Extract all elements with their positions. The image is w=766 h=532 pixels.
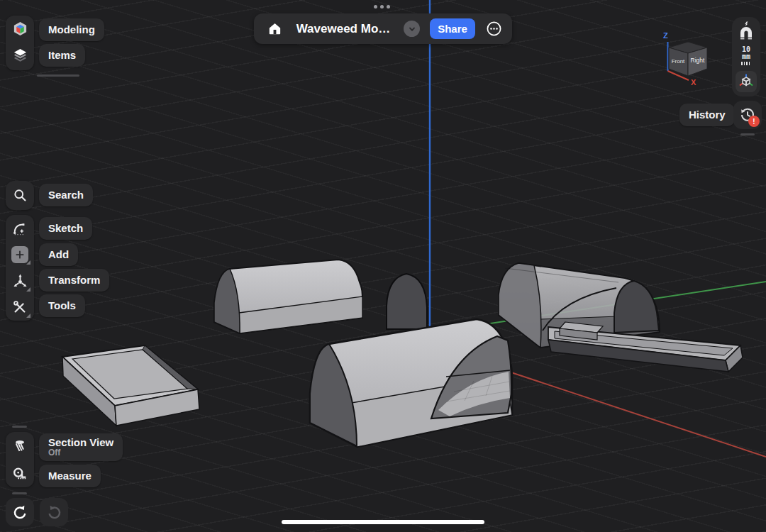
document-title[interactable]: Waveweed Mo…	[283, 22, 404, 36]
modeling-cube-icon[interactable]	[6, 16, 34, 42]
body-transparent-vault-with-channel[interactable]	[499, 263, 743, 372]
transform-move-icon[interactable]	[6, 268, 34, 294]
section-view-label: Section View	[48, 436, 113, 448]
home-icon[interactable]	[267, 21, 283, 37]
history-divider	[740, 133, 755, 135]
app-window: Waveweed Mo… Share	[0, 0, 766, 532]
tools-button[interactable]: Tools	[39, 294, 85, 317]
search-rail	[6, 181, 34, 210]
tool-rail	[6, 215, 34, 321]
view-tools-rail	[6, 432, 34, 487]
section-divider	[12, 426, 27, 428]
history-clock-button[interactable]: !	[733, 101, 762, 129]
share-button[interactable]: Share	[430, 18, 475, 39]
sketch-button[interactable]: Sketch	[39, 217, 92, 240]
undo-icon	[11, 504, 29, 521]
history-button[interactable]: History	[679, 104, 735, 126]
sketch-arc-icon[interactable]	[6, 215, 34, 241]
grid-size-button[interactable]: 10 mm	[741, 46, 751, 65]
grid-size-value: 10	[742, 46, 750, 53]
title-bar: Waveweed Mo… Share	[254, 13, 512, 44]
mode-rail	[6, 16, 34, 70]
redo-button[interactable]	[40, 498, 68, 526]
modeling-button[interactable]: Modeling	[39, 18, 104, 41]
transform-button[interactable]: Transform	[39, 269, 109, 292]
view-cube[interactable]: Z X Front Right	[656, 27, 721, 89]
grid-size-unit: mm	[742, 53, 750, 60]
history-alert-badge: !	[748, 116, 760, 127]
measure-button[interactable]: Measure	[39, 465, 101, 487]
axis-x-label: X	[691, 78, 696, 87]
submenu-corner-icon	[26, 287, 30, 292]
magnet-snap-icon[interactable]	[738, 21, 755, 40]
axes-cube-icon[interactable]	[736, 71, 757, 92]
tools-wrench-icon[interactable]	[6, 294, 34, 321]
add-button[interactable]: Add	[39, 243, 78, 266]
submenu-corner-icon	[26, 260, 30, 265]
undo-divider	[12, 492, 27, 494]
body-open-tray[interactable]	[62, 345, 199, 426]
section-view-state: Off	[48, 448, 113, 458]
measure-tape-icon[interactable]	[6, 460, 34, 487]
undo-button[interactable]	[6, 498, 34, 526]
multitask-dots-icon[interactable]	[374, 5, 390, 9]
view-cube-right-face: Right	[691, 57, 705, 64]
search-icon[interactable]	[6, 182, 34, 209]
search-button[interactable]: Search	[39, 184, 93, 206]
body-solid-vault[interactable]	[214, 260, 362, 333]
view-cube-front-face: Front	[672, 58, 685, 65]
submenu-corner-icon	[26, 314, 30, 318]
layers-icon[interactable]	[6, 42, 34, 68]
add-plus-icon[interactable]	[6, 241, 34, 267]
rail-divider	[37, 74, 79, 77]
body-arch-profile[interactable]	[387, 274, 427, 329]
items-button[interactable]: Items	[39, 44, 85, 67]
redo-icon	[45, 504, 63, 521]
chevron-down-icon[interactable]	[404, 21, 420, 37]
ruler-icon	[741, 62, 751, 65]
axis-z-label: Z	[663, 31, 668, 40]
section-view-button[interactable]: Section View Off	[39, 433, 123, 461]
body-vault-with-window[interactable]	[310, 319, 512, 447]
section-view-icon[interactable]	[6, 433, 34, 459]
ellipsis-icon[interactable]	[486, 21, 502, 37]
view-settings-panel: 10 mm	[732, 17, 760, 96]
home-indicator[interactable]	[282, 520, 484, 524]
